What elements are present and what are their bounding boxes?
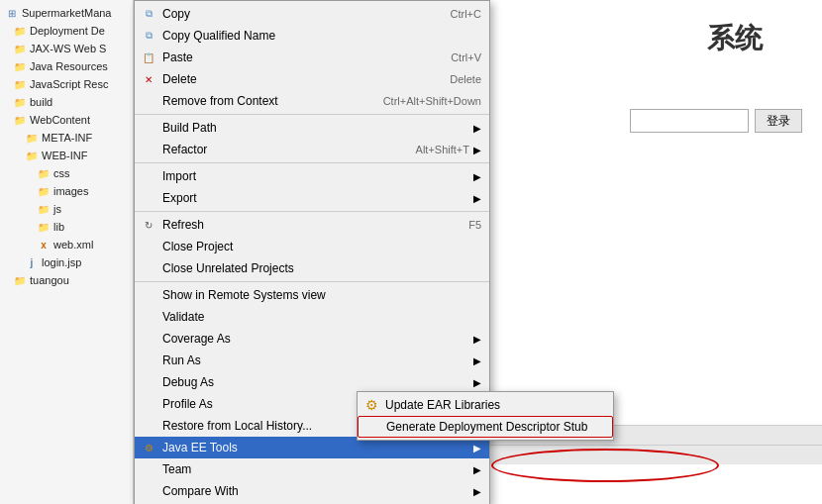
tree-item-css[interactable]: 📁 css <box>0 164 133 182</box>
copy-qualified-icon: ⧉ <box>141 28 156 44</box>
submenu-arrow: ▶ <box>473 486 481 497</box>
menu-item-build-path[interactable]: Build Path ▶ <box>135 117 489 139</box>
tree-item-webcontent[interactable]: 📁 WebContent <box>0 111 133 129</box>
folder-icon: 📁 <box>24 148 40 163</box>
menu-item-label: Paste <box>162 50 193 64</box>
tree-label: css <box>53 167 70 179</box>
tree-label: login.jsp <box>42 256 81 268</box>
menu-item-copy-qualified[interactable]: ⧉ Copy Qualified Name <box>135 25 489 47</box>
tree-label: images <box>53 185 88 197</box>
menu-item-copy[interactable]: ⧉ Copy Ctrl+C <box>135 3 489 25</box>
tree-label: META-INF <box>42 132 92 144</box>
submenu-arrow: ▶ <box>473 171 481 182</box>
submenu-arrow: ▶ <box>473 443 481 454</box>
menu-item-team[interactable]: Team ▶ <box>135 458 489 480</box>
tree-label: JavaScript Resc <box>30 78 108 90</box>
submenu-arrow: ▶ <box>473 334 481 345</box>
submenu-item-update-ear[interactable]: ⚙ Update EAR Libraries <box>358 394 613 416</box>
tree-label: WebContent <box>30 114 90 126</box>
separator-3 <box>135 211 489 212</box>
tree-label: Java Resources <box>30 60 108 72</box>
tree-item-images[interactable]: 📁 images <box>0 182 133 200</box>
menu-item-refactor[interactable]: Refactor Alt+Shift+T ▶ <box>135 139 489 160</box>
tree-item-web-inf[interactable]: 📁 WEB-INF <box>0 147 133 164</box>
submenu-item-label: Generate Deployment Descriptor Stub <box>386 420 587 434</box>
tree-label: JAX-WS Web S <box>30 43 106 54</box>
folder-icon: 📁 <box>12 76 28 92</box>
username-input[interactable] <box>630 109 749 133</box>
menu-item-paste[interactable]: 📋 Paste Ctrl+V <box>135 47 489 68</box>
menu-item-delete[interactable]: ✕ Delete Delete <box>135 68 489 90</box>
menu-item-label: Build Path <box>162 121 217 135</box>
paste-icon: 📋 <box>141 50 156 65</box>
build-path-icon <box>141 120 156 136</box>
menu-item-validate[interactable]: Validate <box>135 306 489 328</box>
folder-icon: 📁 <box>12 58 28 74</box>
tree-label: lib <box>53 221 64 233</box>
menu-item-debug-as[interactable]: Debug As ▶ <box>135 371 489 393</box>
login-area: 登录 <box>630 109 802 133</box>
tree-item-java-resources[interactable]: 📁 Java Resources <box>0 57 133 75</box>
tree-item-lib[interactable]: 📁 lib <box>0 218 133 236</box>
tree-item-js[interactable]: 📁 js <box>0 200 133 218</box>
folder-icon: 📁 <box>12 23 28 39</box>
tree-item-webxml[interactable]: x web.xml <box>0 236 133 253</box>
close-unrelated-icon <box>141 260 156 276</box>
folder-icon: 📁 <box>36 183 51 199</box>
menu-item-refresh[interactable]: ↻ Refresh F5 <box>135 214 489 236</box>
submenu-arrow: ▶ <box>473 355 481 366</box>
menu-item-show-remote[interactable]: Show in Remote Systems view <box>135 284 489 306</box>
menu-item-close-project[interactable]: Close Project <box>135 236 489 257</box>
submenu-arrow: ▶ <box>473 464 481 475</box>
menu-item-label: Refresh <box>162 218 204 232</box>
generate-descriptor-icon <box>364 419 380 435</box>
validate-icon <box>141 309 156 325</box>
menu-item-remove-context[interactable]: Remove from Context Ctrl+Alt+Shift+Down <box>135 90 489 112</box>
menu-item-label: Team <box>162 462 191 476</box>
folder-icon: 📁 <box>36 201 51 217</box>
project-tree: ⊞ SupermarketMana 📁 Deployment De 📁 JAX-… <box>0 0 134 504</box>
submenu-item-label: Update EAR Libraries <box>385 398 500 412</box>
tree-item-jaxws[interactable]: 📁 JAX-WS Web S <box>0 40 133 57</box>
import-icon <box>141 168 156 184</box>
debug-icon <box>141 374 156 390</box>
javaee-submenu: ⚙ Update EAR Libraries Generate Deployme… <box>357 391 614 441</box>
menu-item-export[interactable]: Export ▶ <box>135 187 489 209</box>
menu-item-run-as[interactable]: Run As ▶ <box>135 350 489 371</box>
tree-label: web.xml <box>53 239 93 251</box>
tree-item-javascript[interactable]: 📁 JavaScript Resc <box>0 75 133 93</box>
menu-item-label: Close Project <box>162 240 233 253</box>
folder-icon: 📁 <box>12 41 28 56</box>
menu-item-label: Compare With <box>162 484 239 498</box>
restore-icon <box>141 418 156 434</box>
tree-item-tuangou[interactable]: 📁 tuangou <box>0 271 133 289</box>
shortcut-copy: Ctrl+C <box>431 8 481 20</box>
submenu-arrow: ▶ <box>473 377 481 388</box>
tree-item-supermarket[interactable]: ⊞ SupermarketMana <box>0 4 133 22</box>
compare-icon <box>141 483 156 499</box>
menu-item-label: Export <box>162 191 197 205</box>
menu-item-compare-with[interactable]: Compare With ▶ <box>135 480 489 502</box>
folder-icon: 📁 <box>24 130 40 146</box>
tree-item-meta-inf[interactable]: 📁 META-INF <box>0 129 133 147</box>
shortcut-refresh: F5 <box>449 219 481 231</box>
tree-item-loginjsp[interactable]: j login.jsp <box>0 253 133 271</box>
menu-item-label: Refactor <box>162 143 207 156</box>
menu-item-label: Validate <box>162 310 204 324</box>
refactor-icon <box>141 142 156 157</box>
menu-item-coverage-as[interactable]: Coverage As ▶ <box>135 328 489 350</box>
menu-item-label: Import <box>162 169 196 183</box>
menu-item-import[interactable]: Import ▶ <box>135 165 489 187</box>
tree-item-deployment[interactable]: 📁 Deployment De <box>0 22 133 40</box>
delete-icon: ✕ <box>141 71 156 87</box>
login-button[interactable]: 登录 <box>755 109 802 133</box>
tree-label: WEB-INF <box>42 150 87 161</box>
submenu-item-generate-descriptor[interactable]: Generate Deployment Descriptor Stub <box>358 416 613 438</box>
menu-item-label: Copy <box>162 7 190 21</box>
menu-item-label: Coverage As <box>162 332 231 346</box>
folder-icon: 📁 <box>36 165 51 181</box>
menu-item-label: Profile As <box>162 397 213 411</box>
tree-label: build <box>30 96 52 108</box>
tree-item-build[interactable]: 📁 build <box>0 93 133 111</box>
menu-item-close-unrelated[interactable]: Close Unrelated Projects <box>135 257 489 279</box>
